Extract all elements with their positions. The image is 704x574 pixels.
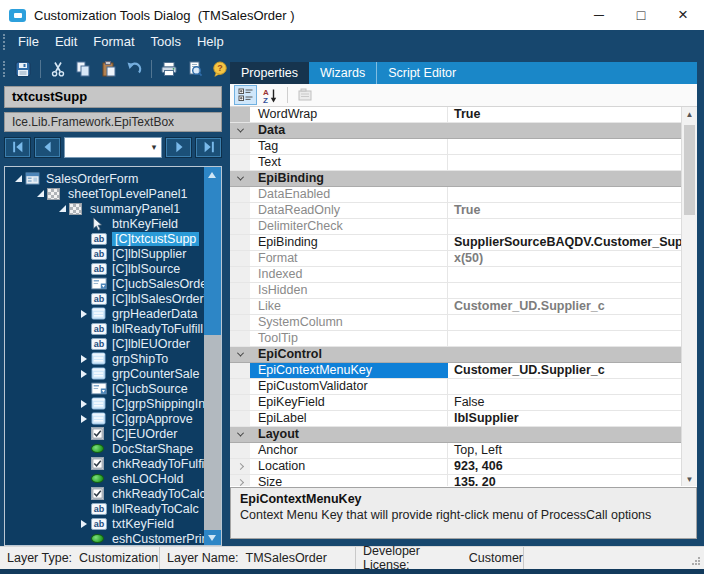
tree-item-chkreadytocalc[interactable]: chkReadyToCalc	[5, 486, 204, 501]
tree-item-c-lblsalesorderty[interactable]: ab[C]lblSalesOrderTy	[5, 291, 204, 306]
property-value[interactable]: x(50)	[448, 251, 681, 266]
tree-item-c-lblsource[interactable]: ab[C]lblSource	[5, 261, 204, 276]
property-row-tag[interactable]: Tag	[230, 139, 681, 155]
property-name[interactable]: Like	[250, 299, 448, 314]
property-row-epicustomvalidator[interactable]: EpiCustomValidator	[230, 379, 681, 395]
property-row-systemcolumn[interactable]: SystemColumn	[230, 315, 681, 331]
property-row-epicontextmenukey[interactable]: EpiContextMenuKeyCustomer_UD.Supplier_c	[230, 363, 681, 379]
property-row-tooltip[interactable]: ToolTip	[230, 331, 681, 347]
property-value[interactable]: False	[448, 395, 681, 410]
category-collapse-icon[interactable]	[230, 347, 250, 362]
property-name[interactable]: EpiBinding	[250, 235, 448, 250]
property-value[interactable]	[448, 379, 681, 394]
tab-properties[interactable]: Properties	[230, 62, 309, 84]
property-value[interactable]	[448, 139, 681, 154]
property-row-dataenabled[interactable]: DataEnabled	[230, 187, 681, 203]
tree-item-c-grpshippinginfo[interactable]: [C]grpShippingInfo	[5, 396, 204, 411]
property-row-datareadonly[interactable]: DataReadOnlyTrue	[230, 203, 681, 219]
property-name[interactable]: Size	[250, 475, 448, 486]
menu-file[interactable]: File	[10, 30, 47, 54]
next-record-button[interactable]	[165, 137, 192, 158]
property-value[interactable]	[448, 267, 681, 282]
record-combo[interactable]: ▾	[64, 137, 162, 158]
property-row-delimitercheck[interactable]: DelimiterCheck	[230, 219, 681, 235]
property-value[interactable]	[448, 219, 681, 234]
property-value[interactable]: Customer_UD.Supplier_c	[448, 363, 681, 378]
menu-format[interactable]: Format	[85, 30, 142, 54]
tree-item-btnkeyfield[interactable]: btnKeyField	[5, 216, 204, 231]
tree-item-eshcustomerprinta[interactable]: eshCustomerPrintA	[5, 531, 204, 546]
tree-expander-icon[interactable]	[77, 355, 91, 363]
tree-item-lblreadytofulfill[interactable]: ablblReadyToFulfill	[5, 321, 204, 336]
category-collapse-icon[interactable]	[230, 427, 250, 442]
maximize-button[interactable]: □	[620, 0, 662, 30]
tree-scrollbar[interactable]	[204, 167, 221, 545]
categorized-button[interactable]	[234, 85, 257, 105]
property-value[interactable]: lblSupplier	[448, 411, 681, 426]
property-row-epikeyfield[interactable]: EpiKeyFieldFalse	[230, 395, 681, 411]
category-row-epibinding[interactable]: EpiBinding	[230, 171, 681, 187]
category-row-epicontrol[interactable]: EpiControl	[230, 347, 681, 363]
tab-wizards[interactable]: Wizards	[309, 62, 376, 84]
category-row-layout[interactable]: Layout	[230, 427, 681, 443]
property-value[interactable]	[448, 283, 681, 298]
grid-scroll-up-icon[interactable]: ▲	[682, 107, 697, 121]
grid-scroll-down-icon[interactable]: ▼	[682, 472, 697, 486]
cut-button[interactable]	[47, 57, 70, 81]
property-name[interactable]: Text	[250, 155, 448, 170]
category-collapse-icon[interactable]	[230, 171, 250, 186]
property-pages-button[interactable]	[293, 85, 316, 105]
tree-item-grpcountersale[interactable]: grpCounterSale	[5, 366, 204, 381]
tree-item-c-ucbsalesordert[interactable]: [C]ucbSalesOrderT	[5, 276, 204, 291]
property-value[interactable]: 135, 20	[448, 475, 681, 486]
tab-script-editor[interactable]: Script Editor	[376, 62, 467, 84]
tree-expander-icon[interactable]	[77, 520, 91, 528]
property-value[interactable]: Customer_UD.Supplier_c	[448, 299, 681, 314]
help-button[interactable]: ?	[208, 57, 231, 81]
tree-item-salesorderform[interactable]: SalesOrderForm	[5, 171, 204, 186]
undo-button[interactable]	[122, 57, 145, 81]
property-name[interactable]: EpiLabel	[250, 411, 448, 426]
category-row-data[interactable]: Data	[230, 123, 681, 139]
tree-expander-icon[interactable]	[77, 370, 91, 378]
tree-scroll-up-icon[interactable]	[208, 172, 216, 178]
property-value[interactable]: True	[448, 203, 681, 218]
property-expand-icon[interactable]	[230, 459, 250, 474]
property-name[interactable]: DelimiterCheck	[250, 219, 448, 234]
menu-help[interactable]: Help	[189, 30, 232, 54]
property-value[interactable]	[448, 155, 681, 170]
paste-button[interactable]	[97, 57, 120, 81]
property-name[interactable]: ToolTip	[250, 331, 448, 346]
tree-item-grpshipto[interactable]: grpShipTo	[5, 351, 204, 366]
property-row-epibinding[interactable]: EpiBindingSupplierSourceBAQDV.Customer_S…	[230, 235, 681, 251]
property-name[interactable]: DataReadOnly	[250, 203, 448, 218]
tree-item-c-ucbsource[interactable]: [C]ucbSource	[5, 381, 204, 396]
property-row-text[interactable]: Text	[230, 155, 681, 171]
menu-tools[interactable]: Tools	[143, 30, 189, 54]
property-row-wordwrap[interactable]: WordWrapTrue	[230, 107, 681, 123]
tree-item-c-grpapprove[interactable]: [C]grpApprove	[5, 411, 204, 426]
tree-expander-icon[interactable]	[77, 400, 91, 408]
tree-item-summarypanel1[interactable]: summaryPanel1	[5, 201, 204, 216]
tree-scrollbar-thumb[interactable]	[204, 167, 221, 335]
tree-item-chkreadytofulfill[interactable]: chkReadyToFulfill	[5, 456, 204, 471]
property-name[interactable]: Location	[250, 459, 448, 474]
property-value[interactable]	[448, 331, 681, 346]
minimize-button[interactable]: ─	[578, 0, 620, 30]
property-row-location[interactable]: Location923, 406	[230, 459, 681, 475]
property-name[interactable]: Anchor	[250, 443, 448, 458]
previous-record-button[interactable]	[34, 137, 61, 158]
save-button[interactable]	[11, 57, 34, 81]
property-name[interactable]: EpiCustomValidator	[250, 379, 448, 394]
sort-alphabetical-button[interactable]: AZ	[258, 85, 281, 105]
property-name[interactable]: Indexed	[250, 267, 448, 282]
tree-expander-icon[interactable]	[77, 415, 91, 423]
last-record-button[interactable]	[195, 137, 222, 158]
resize-grip-icon[interactable]	[698, 563, 700, 565]
property-name[interactable]: Format	[250, 251, 448, 266]
tree-item-lblreadytocalc[interactable]: ablblReadyToCalc	[5, 501, 204, 516]
tree-item-c-txtcustsupp[interactable]: ab[C]txtcustSupp	[5, 231, 204, 246]
property-name[interactable]: Tag	[250, 139, 448, 154]
property-row-ishidden[interactable]: IsHidden	[230, 283, 681, 299]
tree-item-txtkeyfield[interactable]: abtxtKeyField	[5, 516, 204, 531]
